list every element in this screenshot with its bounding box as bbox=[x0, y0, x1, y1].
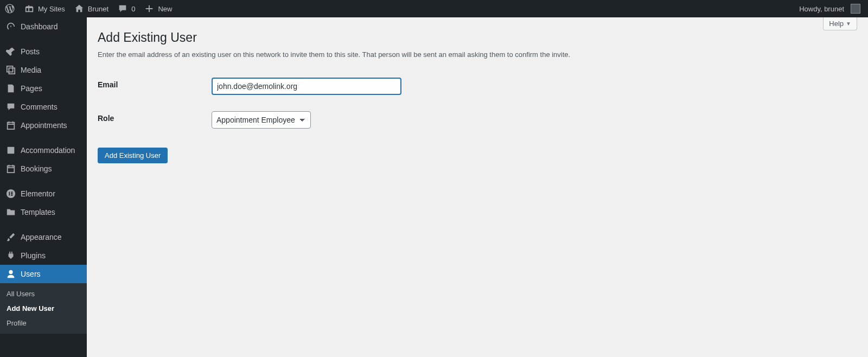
sidebar-separator bbox=[0, 135, 87, 141]
avatar bbox=[851, 4, 860, 14]
wp-logo[interactable] bbox=[0, 0, 20, 17]
chevron-down-icon: ▼ bbox=[846, 21, 851, 27]
comments-link[interactable]: 0 bbox=[113, 0, 139, 17]
submenu-add-new-user[interactable]: Add New User bbox=[0, 301, 87, 316]
sidebar-item-appointments[interactable]: Appointments bbox=[0, 116, 87, 135]
home-icon bbox=[74, 3, 85, 14]
admin-bar: My Sites Brunet 0 New Howdy, brunet bbox=[0, 0, 868, 17]
page-title: Add Existing User bbox=[98, 30, 857, 45]
main-content: Help ▼ Add Existing User Enter the email… bbox=[87, 17, 868, 357]
submit-row: Add Existing User bbox=[98, 148, 857, 163]
wordpress-icon bbox=[4, 3, 15, 14]
email-input[interactable] bbox=[212, 78, 401, 95]
admin-bar-right: Howdy, brunet bbox=[795, 0, 868, 17]
svg-rect-4 bbox=[11, 195, 13, 196]
sidebar-item-label: Pages bbox=[21, 84, 42, 93]
svg-rect-3 bbox=[11, 193, 13, 194]
comments-count: 0 bbox=[131, 5, 135, 13]
plus-icon bbox=[144, 3, 155, 14]
network-icon bbox=[24, 3, 35, 14]
my-sites-link[interactable]: My Sites bbox=[20, 0, 69, 17]
sidebar-item-label: Media bbox=[21, 66, 41, 74]
calendar-icon bbox=[5, 163, 16, 174]
sidebar-item-appearance[interactable]: Appearance bbox=[0, 228, 87, 246]
submenu-profile[interactable]: Profile bbox=[0, 316, 87, 330]
calendar-icon bbox=[5, 120, 16, 131]
pin-icon bbox=[5, 46, 16, 57]
sidebar-item-pages[interactable]: Pages bbox=[0, 79, 87, 98]
brush-icon bbox=[5, 232, 16, 243]
sidebar-item-label: Plugins bbox=[21, 251, 46, 260]
form-table: Email Role Appointment Employee bbox=[98, 69, 407, 137]
page-description: Enter the email address of an existing u… bbox=[98, 50, 857, 59]
page-icon bbox=[5, 83, 16, 94]
sidebar-item-accommodation[interactable]: Accommodation bbox=[0, 141, 87, 160]
sidebar-item-posts[interactable]: Posts bbox=[0, 42, 87, 61]
folder-icon bbox=[5, 207, 16, 218]
site-home-link[interactable]: Brunet bbox=[69, 0, 113, 17]
sidebar-item-label: Users bbox=[21, 270, 41, 278]
sidebar-item-elementor[interactable]: Elementor bbox=[0, 184, 87, 203]
admin-bar-left: My Sites Brunet 0 New bbox=[0, 0, 176, 17]
howdy-label: Howdy, brunet bbox=[799, 5, 844, 13]
help-label: Help bbox=[829, 20, 844, 28]
dashboard-icon bbox=[5, 21, 16, 32]
svg-rect-2 bbox=[11, 192, 13, 193]
elementor-icon bbox=[5, 188, 16, 199]
help-toggle[interactable]: Help ▼ bbox=[823, 17, 857, 30]
sidebar-item-label: Elementor bbox=[21, 189, 55, 198]
sidebar-item-media[interactable]: Media bbox=[0, 61, 87, 79]
svg-rect-1 bbox=[9, 192, 10, 195]
sidebar-separator bbox=[0, 36, 87, 42]
sidebar-separator bbox=[0, 221, 87, 228]
new-content-link[interactable]: New bbox=[139, 0, 176, 17]
role-select[interactable]: Appointment Employee bbox=[212, 111, 311, 129]
sidebar-item-templates[interactable]: Templates bbox=[0, 203, 87, 221]
row-email: Email bbox=[98, 69, 407, 103]
my-sites-label: My Sites bbox=[38, 5, 65, 13]
media-icon bbox=[5, 65, 16, 75]
sidebar-item-comments[interactable]: Comments bbox=[0, 98, 87, 116]
sidebar-item-label: Dashboard bbox=[21, 22, 58, 31]
comment-icon bbox=[117, 3, 128, 14]
sidebar-item-label: Appearance bbox=[21, 233, 62, 241]
comment-icon bbox=[5, 101, 16, 112]
add-existing-user-button[interactable]: Add Existing User bbox=[98, 148, 168, 163]
sidebar-separator bbox=[0, 178, 87, 184]
site-name-label: Brunet bbox=[88, 5, 108, 13]
sidebar-item-label: Appointments bbox=[21, 121, 67, 130]
sidebar-item-dashboard[interactable]: Dashboard bbox=[0, 17, 87, 36]
users-submenu: All Users Add New User Profile bbox=[0, 283, 87, 334]
sidebar-item-label: Posts bbox=[21, 47, 40, 56]
submenu-all-users[interactable]: All Users bbox=[0, 286, 87, 301]
admin-sidebar: Dashboard Posts Media Pages Comments App… bbox=[0, 17, 87, 357]
account-link[interactable]: Howdy, brunet bbox=[795, 0, 865, 17]
email-label: Email bbox=[98, 80, 118, 89]
sidebar-item-users[interactable]: Users bbox=[0, 265, 87, 283]
sidebar-item-label: Templates bbox=[21, 208, 55, 216]
sidebar-item-label: Comments bbox=[21, 103, 58, 111]
building-icon bbox=[5, 145, 16, 156]
row-role: Role Appointment Employee bbox=[98, 103, 407, 137]
new-label: New bbox=[158, 5, 172, 13]
sidebar-item-bookings[interactable]: Bookings bbox=[0, 160, 87, 178]
plug-icon bbox=[5, 250, 16, 261]
sidebar-item-label: Bookings bbox=[21, 164, 52, 173]
role-label: Role bbox=[98, 114, 114, 123]
user-icon bbox=[5, 269, 16, 279]
sidebar-item-label: Accommodation bbox=[21, 146, 75, 155]
sidebar-item-plugins[interactable]: Plugins bbox=[0, 246, 87, 265]
